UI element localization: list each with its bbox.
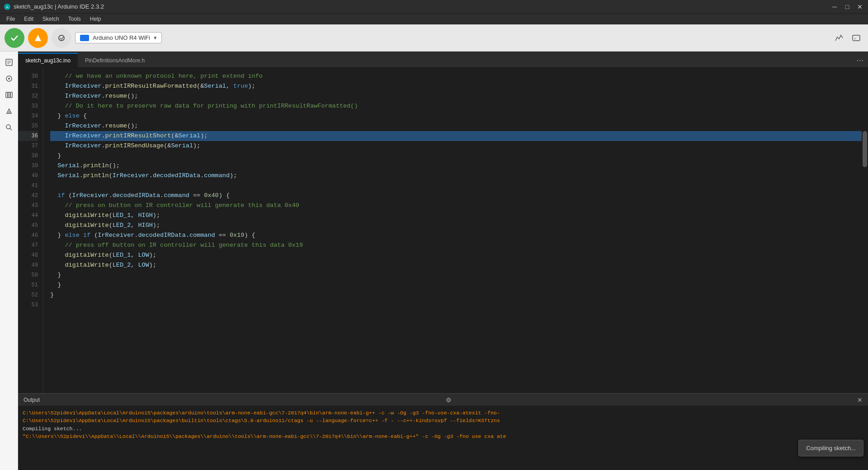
code-line-33: // Do it here to preserve raw data for p… xyxy=(50,101,862,111)
board-selector-text: Arduino UNO R4 WiFi xyxy=(93,34,150,41)
svg-text:>_: >_ xyxy=(854,37,858,41)
code-line-45: digitalWrite(LED_2, HIGH); xyxy=(50,221,862,230)
close-button[interactable]: ✕ xyxy=(855,2,864,11)
serial-monitor-icon: >_ xyxy=(852,33,861,42)
tab-pin-definitions-label: PinDefinitionsAndMore.h xyxy=(85,57,145,64)
output-line-4: "C:\\Users\\52pidev1\\AppData\\Local\\Ar… xyxy=(23,432,863,440)
menu-file[interactable]: File xyxy=(2,15,19,23)
debug-button[interactable] xyxy=(52,28,71,48)
code-line-41 xyxy=(50,181,862,191)
line-num-41: 41 xyxy=(18,181,38,191)
serial-plotter-icon xyxy=(835,33,844,42)
output-header: Output ⚙ ✕ xyxy=(18,394,868,406)
output-line-2: C:\Users\52pidev1\AppData\Local\Arduino1… xyxy=(23,417,863,424)
menu-sketch[interactable]: Sketch xyxy=(38,15,64,23)
sidebar-icon-debug[interactable] xyxy=(2,104,16,118)
serial-plotter-button[interactable] xyxy=(832,31,846,45)
output-content[interactable]: C:\Users\52pidev1\AppData\Local\Arduino1… xyxy=(18,406,868,470)
line-num-39: 39 xyxy=(18,161,38,171)
code-line-32: IrReceiver.resume(); xyxy=(50,91,862,101)
code-line-39: Serial.println(); xyxy=(50,161,862,171)
line-num-52: 52 xyxy=(18,290,38,300)
line-num-35: 35 xyxy=(18,121,38,131)
code-line-37: IrReceiver.printIRSendUsage(&Serial); xyxy=(50,141,862,151)
code-line-35: IrReceiver.resume(); xyxy=(50,121,862,131)
code-line-42: if (IrReceiver.decodedIRData.command == … xyxy=(50,191,862,201)
app-icon: A xyxy=(4,3,11,10)
debug-sidebar-icon xyxy=(5,107,13,115)
code-line-48: digitalWrite(LED_1, LOW); xyxy=(50,250,862,260)
svg-point-16 xyxy=(8,112,9,113)
line-num-32: 32 xyxy=(18,91,38,101)
menu-edit[interactable]: Edit xyxy=(19,15,38,23)
debug-icon xyxy=(57,33,66,42)
line-num-31: 31 xyxy=(18,81,38,91)
output-line-1: C:\Users\52pidev1\AppData\Local\Arduino1… xyxy=(23,409,863,417)
code-line-40: Serial.println(IrReceiver.decodedIRData.… xyxy=(50,171,862,181)
line-num-50: 50 xyxy=(18,270,38,280)
code-line-52: } xyxy=(50,290,862,300)
line-num-45: 45 xyxy=(18,221,38,230)
upload-button[interactable] xyxy=(28,28,48,48)
minimize-button[interactable]: ─ xyxy=(830,2,839,11)
title-bar: A sketch_aug13c | Arduino IDE 2.3.2 ─ □ … xyxy=(0,0,868,14)
serial-monitor-button[interactable]: >_ xyxy=(849,31,863,45)
line-num-36: 36 xyxy=(18,131,38,141)
sidebar-icon-sketch[interactable] xyxy=(2,55,16,70)
output-panel: Output ⚙ ✕ C:\Users\52pidev1\AppData\Loc… xyxy=(18,393,868,470)
tab-pin-definitions[interactable]: PinDefinitionsAndMore.h xyxy=(78,53,152,67)
svg-rect-12 xyxy=(6,92,8,98)
code-line-36: IrReceiver.printIRResultShort(&Serial); xyxy=(50,131,862,141)
tab-main-sketch[interactable]: sketch_aug13c.ino xyxy=(18,53,78,67)
board-icon xyxy=(80,35,89,41)
toolbar: Arduino UNO R4 WiFi ▾ >_ xyxy=(0,24,868,52)
line-num-51: 51 xyxy=(18,280,38,290)
output-settings-button[interactable]: ⚙ xyxy=(446,396,452,404)
code-line-50: } xyxy=(50,270,862,280)
svg-point-11 xyxy=(8,78,10,80)
library-icon xyxy=(5,91,13,99)
editor-scrollbar[interactable] xyxy=(862,68,868,393)
code-content[interactable]: // we have an unknown protocol here, pri… xyxy=(43,68,862,393)
title-bar-controls: ─ □ ✕ xyxy=(830,2,864,11)
line-numbers: 30 31 32 33 34 35 36 37 38 39 40 41 42 4… xyxy=(18,68,43,393)
sketch-icon xyxy=(5,58,13,66)
tabs-bar: sketch_aug13c.ino PinDefinitionsAndMore.… xyxy=(18,52,868,68)
editor-area: sketch_aug13c.ino PinDefinitionsAndMore.… xyxy=(18,52,868,470)
svg-point-17 xyxy=(6,125,10,129)
code-line-38: } xyxy=(50,151,862,161)
sidebar-icon-boards[interactable] xyxy=(2,71,16,86)
line-num-38: 38 xyxy=(18,151,38,161)
line-num-49: 49 xyxy=(18,260,38,270)
output-clear-button[interactable]: ✕ xyxy=(857,396,863,404)
code-line-34: } else { xyxy=(50,111,862,121)
code-line-51: } xyxy=(50,280,862,290)
line-num-48: 48 xyxy=(18,250,38,260)
title-bar-title: sketch_aug13c | Arduino IDE 2.3.2 xyxy=(14,3,104,10)
search-icon xyxy=(5,123,13,132)
maximize-button[interactable]: □ xyxy=(843,2,852,11)
tab-main-sketch-label: sketch_aug13c.ino xyxy=(25,57,71,64)
svg-rect-13 xyxy=(8,92,10,98)
sidebar-icon-library[interactable] xyxy=(2,88,16,102)
sidebar-icon-search[interactable] xyxy=(2,120,16,135)
line-num-42: 42 xyxy=(18,191,38,201)
code-line-31: IrReceiver.printIRResultRawFormatted(&Se… xyxy=(50,81,862,91)
boards-icon xyxy=(5,75,13,83)
verify-icon xyxy=(9,33,19,43)
code-line-47: // press off button on IR controller wil… xyxy=(50,240,862,250)
title-bar-left: A sketch_aug13c | Arduino IDE 2.3.2 xyxy=(4,3,104,10)
verify-button[interactable] xyxy=(5,28,24,48)
compiling-popup-text: Compiling sketch... xyxy=(806,445,856,451)
menu-bar: File Edit Sketch Tools Help xyxy=(0,14,868,24)
board-selector[interactable]: Arduino UNO R4 WiFi ▾ xyxy=(75,32,162,43)
code-line-43: // press on button on IR controller will… xyxy=(50,201,862,211)
menu-help[interactable]: Help xyxy=(85,15,106,23)
main-layout: sketch_aug13c.ino PinDefinitionsAndMore.… xyxy=(0,52,868,470)
tab-more-button[interactable]: ⋯ xyxy=(852,53,868,67)
scrollbar-thumb[interactable] xyxy=(863,131,867,167)
upload-icon xyxy=(33,33,43,43)
output-title-label: Output xyxy=(24,397,40,403)
menu-tools[interactable]: Tools xyxy=(64,15,85,23)
line-num-46: 46 xyxy=(18,230,38,240)
